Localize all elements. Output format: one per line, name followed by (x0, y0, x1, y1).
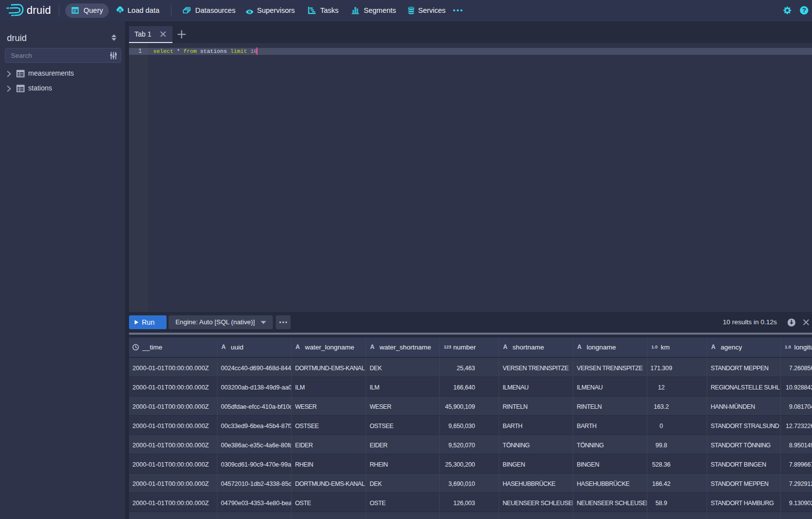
svg-text:?: ? (802, 6, 806, 14)
